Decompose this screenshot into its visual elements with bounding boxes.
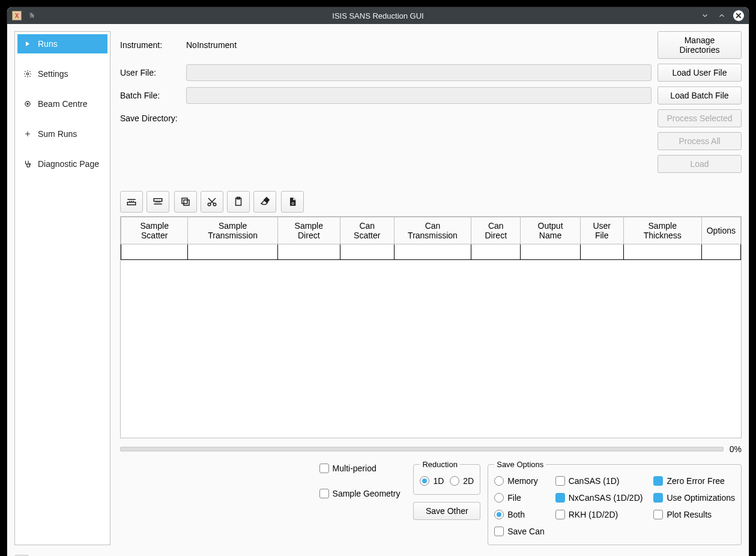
runs-table[interactable]: Sample Scatter Sample Transmission Sampl… — [120, 216, 742, 438]
sidebar-item-beam-centre[interactable]: Beam Centre — [17, 94, 107, 113]
sample-geometry-checkbox[interactable]: Sample Geometry — [319, 489, 401, 498]
save-directory-label: Save Directory: — [120, 113, 180, 123]
plus-icon — [23, 130, 32, 137]
paste-button[interactable] — [227, 191, 250, 213]
svg-rect-6 — [184, 200, 189, 205]
reduction-group: Reduction 1D 2D — [413, 460, 480, 495]
maximize-icon[interactable] — [716, 10, 727, 21]
load-batch-file-button[interactable]: Load Batch File — [658, 86, 742, 104]
table-row[interactable] — [121, 244, 741, 260]
load-user-file-button[interactable]: Load User File — [658, 64, 742, 82]
close-icon[interactable]: ✕ — [733, 10, 744, 21]
col-can-transmission[interactable]: Can Transmission — [394, 217, 471, 244]
table-toolbar — [120, 191, 742, 213]
save-other-button[interactable]: Save Other — [413, 502, 480, 520]
sidebar-item-label: Diagnostic Page — [38, 159, 99, 169]
sidebar-item-settings[interactable]: Settings — [17, 64, 107, 83]
svg-rect-7 — [182, 198, 187, 204]
sidebar: Runs Settings Beam Centre Sum Runs Diagn… — [14, 31, 110, 545]
both-radio[interactable]: Both — [494, 510, 544, 519]
zero-error-checkbox[interactable]: Zero Error Free — [653, 476, 735, 486]
svg-point-0 — [26, 73, 29, 75]
nxcansas-checkbox[interactable]: NxCanSAS (1D/2D) — [555, 493, 643, 503]
copy-button[interactable] — [174, 191, 197, 213]
col-sample-scatter[interactable]: Sample Scatter — [121, 217, 188, 244]
user-file-input[interactable] — [186, 64, 652, 81]
play-icon — [23, 41, 32, 47]
col-user-file[interactable]: User File — [580, 217, 623, 244]
sidebar-item-label: Beam Centre — [38, 99, 87, 109]
svg-point-3 — [29, 163, 30, 165]
stethoscope-icon — [23, 160, 32, 168]
progress-bar — [120, 447, 724, 452]
sidebar-item-runs[interactable]: Runs — [17, 34, 107, 53]
insert-row-below-button[interactable] — [147, 191, 169, 213]
progress-label: 0% — [730, 444, 742, 454]
memory-radio[interactable]: Memory — [494, 476, 544, 486]
minimize-icon[interactable] — [700, 10, 710, 21]
export-button[interactable] — [281, 191, 304, 213]
save-can-checkbox[interactable]: Save Can — [494, 527, 544, 536]
load-button[interactable]: Load — [658, 155, 742, 173]
sidebar-item-label: Sum Runs — [38, 129, 77, 139]
col-can-direct[interactable]: Can Direct — [471, 217, 521, 244]
app-icon: X — [12, 11, 22, 20]
file-radio[interactable]: File — [494, 493, 544, 503]
save-options-group: Save Options Memory File Both Save Can C… — [488, 460, 742, 545]
rkh-checkbox[interactable]: RKH (1D/2D) — [555, 510, 643, 519]
sidebar-item-sum-runs[interactable]: Sum Runs — [17, 124, 107, 144]
batch-file-input[interactable] — [186, 87, 652, 104]
col-sample-transmission[interactable]: Sample Transmission — [188, 217, 277, 244]
sidebar-item-label: Settings — [38, 69, 68, 79]
batch-file-label: Batch File: — [120, 91, 180, 100]
svg-rect-4 — [127, 202, 136, 205]
insert-row-above-button[interactable] — [120, 191, 143, 213]
col-can-scatter[interactable]: Can Scatter — [340, 217, 394, 244]
cut-button[interactable] — [201, 191, 223, 213]
svg-point-2 — [27, 103, 28, 104]
col-sample-direct[interactable]: Sample Direct — [277, 217, 340, 244]
reduction-1d-radio[interactable]: 1D — [420, 476, 444, 486]
user-file-label: User File: — [120, 68, 180, 77]
plot-results-checkbox[interactable]: Plot Results — [653, 510, 735, 519]
instrument-value: NoInstrument — [186, 40, 652, 50]
sidebar-item-diagnostic[interactable]: Diagnostic Page — [17, 154, 107, 174]
col-sample-thickness[interactable]: Sample Thickness — [623, 217, 701, 244]
process-all-button[interactable]: Process All — [658, 132, 742, 150]
titlebar: X ISIS SANS Reduction GUI ✕ — [7, 7, 749, 24]
col-output-name[interactable]: Output Name — [521, 217, 580, 244]
process-selected-button[interactable]: Process Selected — [658, 109, 742, 127]
reduction-2d-radio[interactable]: 2D — [450, 476, 474, 486]
col-options[interactable]: Options — [701, 217, 740, 244]
svg-rect-5 — [154, 199, 162, 202]
pin-icon[interactable] — [26, 10, 37, 21]
use-optimizations-checkbox[interactable]: Use Optimizations — [653, 493, 735, 503]
window-title: ISIS SANS Reduction GUI — [332, 11, 423, 20]
gear-icon — [23, 70, 32, 78]
manage-directories-button[interactable]: Manage Directories — [658, 31, 742, 59]
erase-button[interactable] — [253, 191, 276, 213]
target-icon — [23, 100, 32, 108]
instrument-label: Instrument: — [120, 40, 180, 50]
multi-period-checkbox[interactable]: Multi-period — [319, 464, 401, 473]
cansas-checkbox[interactable]: CanSAS (1D) — [555, 476, 643, 486]
sidebar-item-label: Runs — [38, 39, 58, 49]
